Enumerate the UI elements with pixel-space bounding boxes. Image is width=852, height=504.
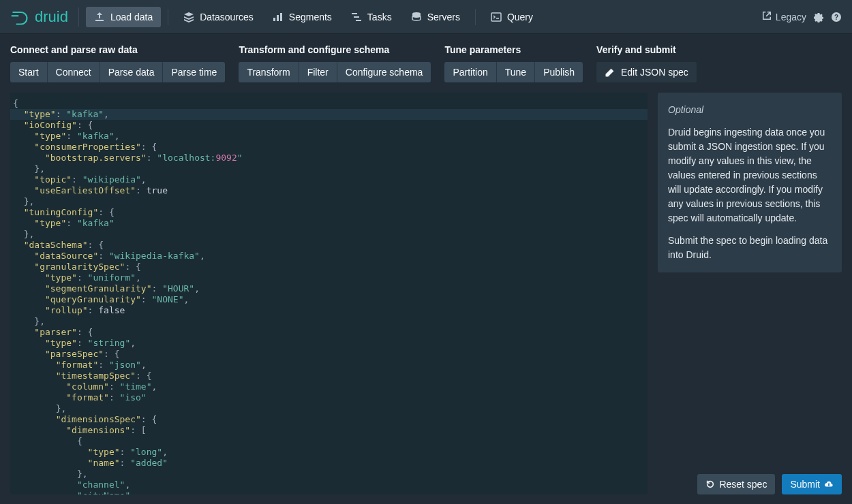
step-edit-json-label: Edit JSON spec bbox=[621, 67, 688, 78]
nav-datasources[interactable]: Datasources bbox=[175, 7, 262, 27]
legacy-link[interactable]: Legacy bbox=[762, 11, 806, 22]
svg-rect-3 bbox=[352, 13, 357, 14]
console-icon bbox=[491, 12, 502, 22]
side-panel: Optional Druid begins ingesting data onc… bbox=[658, 93, 842, 494]
info-optional: Optional bbox=[668, 103, 832, 117]
nav-datasources-label: Datasources bbox=[200, 12, 254, 22]
chart-icon bbox=[273, 12, 284, 22]
svg-rect-1 bbox=[277, 15, 279, 21]
step-filter[interactable]: Filter bbox=[299, 62, 337, 82]
svg-rect-7 bbox=[491, 13, 501, 21]
nav-segments-label: Segments bbox=[289, 12, 332, 22]
help-icon[interactable]: ? bbox=[831, 12, 842, 22]
info-box: Optional Druid begins ingesting data onc… bbox=[658, 93, 842, 272]
nav-servers[interactable]: Servers bbox=[403, 7, 468, 27]
legacy-label: Legacy bbox=[776, 12, 806, 22]
step-group-transform: Transform and configure schema Transform… bbox=[239, 44, 431, 82]
logo[interactable]: druid bbox=[10, 7, 79, 27]
upload-cloud-icon bbox=[824, 479, 834, 489]
nav-load-data[interactable]: Load data bbox=[86, 7, 161, 27]
nav-segments[interactable]: Segments bbox=[264, 7, 340, 27]
top-nav: druid Load data Datasources Segments Tas… bbox=[0, 0, 852, 34]
nav-divider bbox=[168, 9, 168, 25]
nav-query[interactable]: Query bbox=[483, 7, 541, 27]
step-edit-json[interactable]: Edit JSON spec bbox=[596, 62, 697, 82]
external-link-icon bbox=[762, 11, 772, 22]
step-parse-data[interactable]: Parse data bbox=[100, 62, 164, 82]
json-code: { "type": "kafka", "ioConfig": { "type":… bbox=[13, 98, 645, 494]
step-group-tune: Tune parameters Partition Tune Publish bbox=[444, 44, 583, 82]
svg-rect-5 bbox=[356, 20, 361, 21]
nav-servers-label: Servers bbox=[427, 12, 460, 22]
step-group-label: Connect and parse raw data bbox=[10, 44, 225, 55]
nav-load-data-label: Load data bbox=[110, 12, 153, 22]
reset-icon bbox=[705, 479, 715, 489]
svg-rect-0 bbox=[273, 18, 275, 21]
edit-icon bbox=[605, 68, 614, 78]
step-group-label: Verify and submit bbox=[596, 44, 697, 55]
step-group-verify: Verify and submit Edit JSON spec bbox=[596, 44, 697, 82]
side-actions: Reset spec Submit bbox=[658, 464, 842, 494]
gear-icon[interactable] bbox=[813, 12, 824, 22]
steps-bar: Connect and parse raw data Start Connect… bbox=[0, 34, 852, 82]
app-name: druid bbox=[35, 8, 68, 26]
step-parse-time[interactable]: Parse time bbox=[163, 62, 225, 82]
reset-spec-button[interactable]: Reset spec bbox=[697, 474, 775, 494]
step-tune[interactable]: Tune bbox=[497, 62, 535, 82]
nav-query-label: Query bbox=[507, 12, 533, 22]
step-transform[interactable]: Transform bbox=[239, 62, 299, 82]
nav-tasks-label: Tasks bbox=[367, 12, 392, 22]
step-group-label: Tune parameters bbox=[444, 44, 583, 55]
nav-divider bbox=[475, 9, 476, 25]
step-start[interactable]: Start bbox=[10, 62, 48, 82]
druid-logo-icon bbox=[10, 7, 29, 27]
database-icon bbox=[411, 12, 422, 22]
svg-text:?: ? bbox=[834, 14, 838, 21]
upload-icon bbox=[94, 12, 105, 22]
layers-icon bbox=[183, 12, 194, 22]
nav-tasks[interactable]: Tasks bbox=[343, 7, 400, 27]
step-configure-schema[interactable]: Configure schema bbox=[337, 62, 431, 82]
main-content: { "type": "kafka", "ioConfig": { "type":… bbox=[0, 82, 852, 504]
submit-label: Submit bbox=[790, 479, 820, 490]
info-paragraph: Druid begins ingesting data once you sub… bbox=[668, 125, 832, 225]
json-editor[interactable]: { "type": "kafka", "ioConfig": { "type":… bbox=[10, 93, 648, 494]
svg-rect-4 bbox=[354, 16, 359, 18]
step-partition[interactable]: Partition bbox=[444, 62, 496, 82]
step-publish[interactable]: Publish bbox=[535, 62, 583, 82]
step-group-label: Transform and configure schema bbox=[239, 44, 431, 55]
svg-rect-2 bbox=[280, 13, 282, 21]
gantt-icon bbox=[351, 12, 362, 22]
info-paragraph: Submit the spec to begin loading data in… bbox=[668, 234, 832, 262]
step-group-connect: Connect and parse raw data Start Connect… bbox=[10, 44, 225, 82]
step-connect[interactable]: Connect bbox=[48, 62, 100, 82]
reset-label: Reset spec bbox=[719, 479, 767, 490]
submit-button[interactable]: Submit bbox=[782, 474, 842, 494]
